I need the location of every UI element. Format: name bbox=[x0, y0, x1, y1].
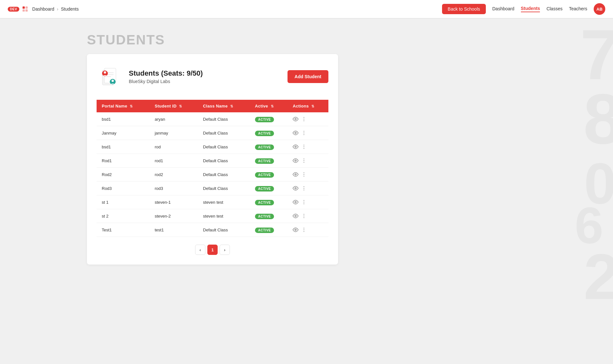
table-row: bsd1 aryan Default Class ACTIVE bbox=[97, 112, 328, 126]
svg-point-13 bbox=[295, 118, 297, 120]
sort-portal-name-icon[interactable]: ⇅ bbox=[130, 104, 133, 108]
more-options-icon[interactable] bbox=[301, 172, 307, 177]
top-navbar: DEV Dashboard › Students Back to Schools… bbox=[0, 0, 613, 18]
cell-student-id: test1 bbox=[149, 223, 198, 237]
cell-active: ACTIVE bbox=[250, 112, 288, 126]
cell-actions bbox=[288, 168, 328, 182]
cell-active: ACTIVE bbox=[250, 140, 288, 154]
table-body: bsd1 aryan Default Class ACTIVE bbox=[97, 112, 328, 237]
svg-point-36 bbox=[304, 190, 304, 190]
cell-portal-name: Rod1 bbox=[97, 154, 149, 168]
back-to-schools-button[interactable]: Back to Schools bbox=[442, 4, 486, 14]
cell-actions bbox=[288, 195, 328, 209]
view-icon[interactable] bbox=[293, 172, 298, 177]
students-table: Portal Name ⇅ Student ID ⇅ Class Name ⇅ … bbox=[97, 100, 328, 237]
table-row: st 2 steven-2 steven test ACTIVE bbox=[97, 209, 328, 223]
breadcrumb: Dashboard › Students bbox=[32, 6, 79, 12]
students-heading: Students (Seats: 9/50) bbox=[129, 69, 203, 78]
more-options-icon[interactable] bbox=[301, 158, 307, 163]
prev-page-button[interactable]: ‹ bbox=[195, 245, 205, 255]
svg-point-44 bbox=[304, 217, 304, 218]
view-icon[interactable] bbox=[293, 227, 298, 233]
svg-point-39 bbox=[304, 202, 304, 202]
svg-point-28 bbox=[304, 162, 304, 163]
students-illustration bbox=[97, 64, 122, 89]
svg-point-27 bbox=[304, 160, 304, 161]
nav-teachers[interactable]: Teachers bbox=[569, 6, 587, 12]
nav-classes[interactable]: Classes bbox=[546, 6, 562, 12]
svg-point-47 bbox=[304, 229, 304, 230]
active-badge: ACTIVE bbox=[255, 186, 274, 191]
active-badge: ACTIVE bbox=[255, 200, 274, 205]
active-badge: ACTIVE bbox=[255, 117, 274, 122]
cell-actions bbox=[288, 140, 328, 154]
svg-rect-1 bbox=[25, 6, 28, 9]
cell-actions bbox=[288, 112, 328, 126]
svg-point-10 bbox=[104, 71, 106, 74]
dashboard-icon bbox=[22, 6, 28, 12]
svg-rect-2 bbox=[23, 9, 25, 12]
svg-rect-3 bbox=[25, 9, 28, 12]
more-options-icon[interactable] bbox=[301, 116, 307, 122]
cell-portal-name: Rod3 bbox=[97, 182, 149, 195]
svg-point-18 bbox=[304, 131, 304, 132]
cell-active: ACTIVE bbox=[250, 223, 288, 237]
cell-active: ACTIVE bbox=[250, 209, 288, 223]
col-portal-name: Portal Name ⇅ bbox=[97, 100, 149, 112]
sort-actions-icon[interactable]: ⇅ bbox=[311, 104, 314, 108]
svg-point-45 bbox=[295, 229, 297, 231]
org-name: BlueSky Digital Labs bbox=[129, 79, 203, 84]
svg-point-46 bbox=[304, 228, 304, 229]
more-options-icon[interactable] bbox=[301, 144, 307, 150]
nav-dashboard[interactable]: Dashboard bbox=[492, 6, 514, 12]
cell-portal-name: bsd1 bbox=[97, 112, 149, 126]
svg-point-12 bbox=[112, 80, 114, 82]
nav-students[interactable]: Students bbox=[521, 6, 540, 12]
more-options-icon[interactable] bbox=[301, 227, 307, 233]
active-badge: ACTIVE bbox=[255, 214, 274, 219]
sort-active-icon[interactable]: ⇅ bbox=[271, 104, 274, 108]
cell-student-id: aryan bbox=[149, 112, 198, 126]
view-icon[interactable] bbox=[293, 213, 298, 219]
svg-point-21 bbox=[295, 146, 297, 148]
cell-class-name: Default Class bbox=[198, 168, 250, 182]
view-icon[interactable] bbox=[293, 158, 298, 163]
svg-point-33 bbox=[295, 188, 297, 189]
svg-point-38 bbox=[304, 200, 304, 201]
student-header: Students (Seats: 9/50) BlueSky Digital L… bbox=[97, 64, 328, 89]
cell-portal-name: Test1 bbox=[97, 223, 149, 237]
more-options-icon[interactable] bbox=[301, 185, 307, 191]
more-options-icon[interactable] bbox=[301, 213, 307, 219]
cell-actions bbox=[288, 223, 328, 237]
student-header-left: Students (Seats: 9/50) BlueSky Digital L… bbox=[97, 64, 203, 89]
sort-student-id-icon[interactable]: ⇅ bbox=[179, 104, 182, 108]
svg-point-29 bbox=[295, 174, 297, 175]
more-options-icon[interactable] bbox=[301, 130, 307, 136]
add-student-button[interactable]: Add Student bbox=[288, 70, 328, 83]
view-icon[interactable] bbox=[293, 185, 298, 191]
view-icon[interactable] bbox=[293, 144, 298, 150]
cell-portal-name: bsd1 bbox=[97, 140, 149, 154]
cell-student-id: steven-2 bbox=[149, 209, 198, 223]
cell-class-name: Default Class bbox=[198, 154, 250, 168]
avatar[interactable]: AB bbox=[594, 3, 605, 15]
cell-actions bbox=[288, 209, 328, 223]
more-options-icon[interactable] bbox=[301, 199, 307, 205]
cell-active: ACTIVE bbox=[250, 168, 288, 182]
student-info: Students (Seats: 9/50) BlueSky Digital L… bbox=[129, 69, 203, 84]
page-1-button[interactable]: 1 bbox=[207, 245, 218, 255]
view-icon[interactable] bbox=[293, 199, 298, 205]
breadcrumb-dashboard[interactable]: Dashboard bbox=[32, 6, 54, 12]
cell-class-name: Default Class bbox=[198, 223, 250, 237]
sort-class-name-icon[interactable]: ⇅ bbox=[230, 104, 233, 108]
cell-class-name: Default Class bbox=[198, 112, 250, 126]
table-row: Janmay janmay Default Class ACTIVE bbox=[97, 126, 328, 140]
page-title: STUDENTS bbox=[87, 32, 600, 48]
view-icon[interactable] bbox=[293, 130, 298, 136]
view-icon[interactable] bbox=[293, 116, 298, 122]
active-badge: ACTIVE bbox=[255, 228, 274, 233]
next-page-button[interactable]: › bbox=[220, 245, 230, 255]
cell-class-name: Default Class bbox=[198, 126, 250, 140]
navbar-right: Back to Schools Dashboard Students Class… bbox=[442, 3, 605, 15]
cell-class-name: steven test bbox=[198, 195, 250, 209]
